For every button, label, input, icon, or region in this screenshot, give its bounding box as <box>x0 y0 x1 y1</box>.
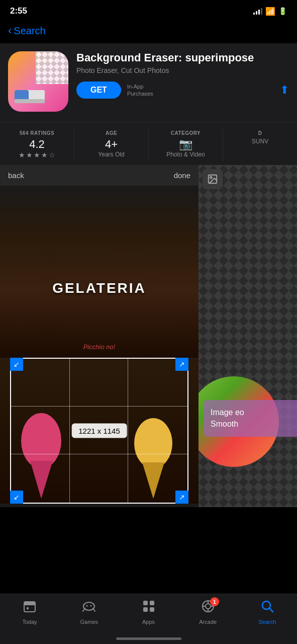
signal-icon <box>253 8 262 15</box>
apps-label: Apps <box>142 619 155 625</box>
back-chevron-icon: ‹ <box>8 24 12 37</box>
ratings-label: 564 RATINGS <box>20 130 54 136</box>
age-label: AGE <box>106 130 117 136</box>
share-icon[interactable]: ⬆ <box>280 84 289 97</box>
developer-value: SUNV <box>252 138 268 145</box>
dimension-badge: 1221 x 1145 <box>71 424 127 438</box>
tab-today[interactable]: Today <box>0 599 59 625</box>
app-subtitle: Photo Eraser, Cut Out Photos <box>76 66 289 74</box>
screenshots-area[interactable]: back done GELATERIA Picchio no! <box>0 165 297 507</box>
svg-point-19 <box>206 604 211 609</box>
gelateria-bg: GELATERIA Picchio no! <box>0 186 199 361</box>
app-info: Background Eraser: superimpose Photo Era… <box>76 51 289 99</box>
tab-bar-spacer <box>0 507 297 557</box>
arcade-label: Arcade <box>199 619 217 625</box>
stat-category: CATEGORY 📷 Photo & Video <box>149 128 223 161</box>
eraser-svg <box>12 80 52 108</box>
svg-line-25 <box>269 608 273 612</box>
corner-handle-bl[interactable]: ↙ <box>10 491 23 504</box>
search-icon <box>260 599 274 617</box>
tab-apps[interactable]: Apps <box>119 599 178 625</box>
tab-search[interactable]: Search <box>238 599 297 625</box>
category-value: Photo & Video <box>166 151 205 158</box>
search-label: Search <box>258 619 276 625</box>
stat-ratings: 564 RATINGS 4.2 ★ ★ ★ ★ ☆ <box>0 128 74 161</box>
back-label[interactable]: Search <box>14 25 45 37</box>
svg-rect-16 <box>143 607 148 612</box>
svg-point-13 <box>90 605 92 607</box>
svg-rect-17 <box>150 607 154 612</box>
developer-label: D <box>258 130 262 136</box>
tab-bar: Today Games Apps <box>0 594 297 644</box>
svg-point-7 <box>210 177 212 179</box>
home-indicator <box>116 637 181 640</box>
arcade-badge-container: 1 <box>201 599 215 617</box>
star-rating: ★ ★ ★ ★ ☆ <box>19 151 55 159</box>
camera-icon: 📷 <box>179 138 192 151</box>
svg-point-12 <box>86 605 88 607</box>
category-label: CATEGORY <box>171 130 201 136</box>
games-label: Games <box>80 619 98 625</box>
screenshot-right: Image eoSmooth <box>199 165 297 507</box>
overlay-card: Image eoSmooth <box>204 400 297 437</box>
selection-box: ↙ ↗ ↙ ↗ 1221 x 1145 <box>10 358 188 504</box>
right-icon-bar[interactable] <box>203 169 223 189</box>
screenshot-left: back done GELATERIA Picchio no! <box>0 165 199 507</box>
corner-handle-br[interactable]: ↗ <box>175 491 188 504</box>
app-name: Background Eraser: superimpose <box>76 51 289 64</box>
overlay-text: Image eoSmooth <box>211 408 244 428</box>
corner-handle-tl[interactable]: ↙ <box>10 358 23 371</box>
svg-rect-9 <box>24 602 35 605</box>
arcade-badge: 1 <box>210 597 219 606</box>
svg-point-11 <box>83 602 94 610</box>
stat-age: AGE 4+ Years Old <box>74 128 149 161</box>
status-bar: 2:55 📶 🔋 <box>0 0 297 20</box>
get-button[interactable]: GET <box>76 82 121 99</box>
svg-rect-14 <box>143 601 148 605</box>
app-actions: GET In-AppPurchases ⬆ <box>76 82 289 99</box>
screenshot-toolbar: back done <box>0 165 199 186</box>
grid-line-h2 <box>11 454 187 454</box>
wifi-icon: 📶 <box>265 7 275 16</box>
age-value: 4+ <box>105 138 118 151</box>
screenshot-back-label[interactable]: back <box>8 171 24 180</box>
gelateria-subtext: Picchio no! <box>83 343 116 351</box>
battery-icon: 🔋 <box>278 7 287 15</box>
screenshot-main-image: GELATERIA Picchio no! <box>0 186 199 504</box>
status-time: 2:55 <box>10 6 27 16</box>
app-header: Background Eraser: superimpose Photo Era… <box>0 43 297 122</box>
today-icon <box>23 599 37 617</box>
tab-games[interactable]: Games <box>59 599 119 625</box>
apps-icon <box>142 599 156 617</box>
nav-back[interactable]: ‹ Search <box>0 20 297 43</box>
svg-rect-10 <box>27 607 29 609</box>
grid-line-v2 <box>128 359 128 503</box>
app-icon <box>8 51 68 112</box>
stats-row: 564 RATINGS 4.2 ★ ★ ★ ★ ☆ AGE 4+ Years O… <box>0 122 297 165</box>
grid-line-v1 <box>69 359 70 503</box>
games-icon <box>82 599 96 617</box>
screenshot-done-label[interactable]: done <box>174 171 190 180</box>
status-icons: 📶 🔋 <box>253 7 287 16</box>
gelateria-text: GELATERIA <box>52 280 146 296</box>
stat-developer: D SUNV <box>223 128 297 161</box>
today-label: Today <box>22 619 37 625</box>
ratings-value: 4.2 <box>29 138 45 151</box>
in-app-label: In-AppPurchases <box>127 83 153 98</box>
svg-rect-3 <box>15 99 45 103</box>
tab-arcade[interactable]: 1 Arcade <box>178 599 238 625</box>
grid-line-h1 <box>11 406 187 407</box>
corner-handle-tr[interactable]: ↗ <box>175 358 188 371</box>
svg-rect-15 <box>150 601 154 605</box>
age-unit: Years Old <box>98 151 124 158</box>
